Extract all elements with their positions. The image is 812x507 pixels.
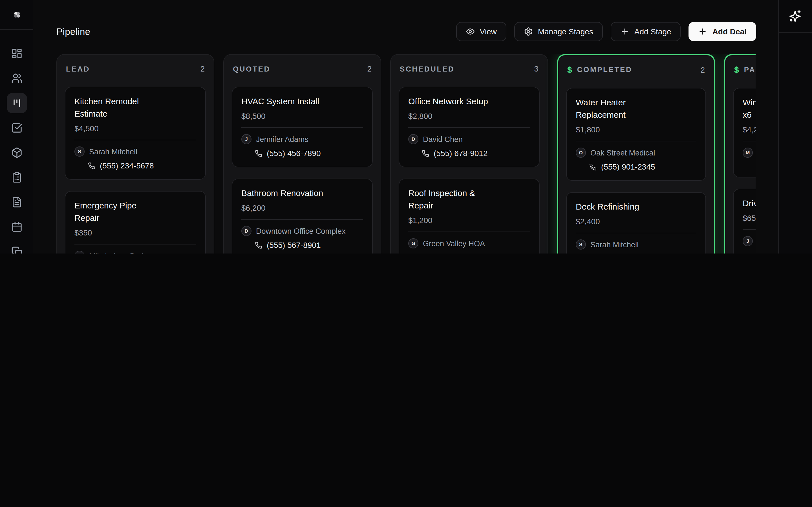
deal-price: $65	[743, 213, 756, 223]
sidebar-item-dashboard[interactable]	[6, 43, 27, 64]
contact-row: OOak Street Medical	[576, 148, 696, 158]
contact-name: Mike's Auto Body	[89, 251, 147, 253]
deal-card[interactable]: Driv$65JJ	[733, 189, 756, 253]
phone-icon	[88, 162, 95, 170]
contact-name: Sarah Mitchell	[89, 147, 137, 156]
contact-row: MN	[743, 148, 756, 158]
header-actions: View Manage Stages Add Stage Add Deal	[456, 22, 756, 41]
plus-icon	[698, 27, 707, 36]
deal-card[interactable]: Deck Refinishing$2,400SSarah Mitchell(55…	[566, 192, 706, 253]
column-pa: $PAWin x6$4,2MNDriv$65JJGar$80DDBas Wa$5…	[724, 54, 756, 253]
page-title: Pipeline	[56, 26, 91, 37]
phone-row: (555) 678-9012	[408, 148, 530, 159]
copy-icon	[11, 246, 22, 253]
check-square-icon	[11, 122, 22, 133]
contact-row: JJ	[743, 236, 756, 246]
column-title: SCHEDULED	[400, 64, 455, 73]
deal-title: Deck Refinishing	[576, 201, 696, 213]
deal-card[interactable]: Win x6$4,2MN	[733, 88, 756, 177]
deal-title: Driv	[743, 197, 756, 210]
phone-row: (555) 456-7890	[241, 148, 363, 159]
add-stage-button-label: Add Stage	[635, 27, 671, 36]
phone-icon	[422, 150, 429, 157]
deal-title: Water Heater Replacement	[576, 96, 696, 121]
left-sidebar: N	[0, 0, 34, 253]
phone-row	[743, 250, 756, 253]
contact-avatar: J	[743, 236, 753, 246]
manage-stages-button[interactable]: Manage Stages	[514, 22, 603, 41]
column-cards: Kitchen Remodel Estimate$4,500SSarah Mit…	[57, 73, 214, 253]
deal-card[interactable]: Roof Inspection & Repair$1,200GGreen Val…	[399, 179, 540, 253]
page-header: Pipeline View Manage Stages Add Stage Ad…	[56, 22, 756, 41]
ai-assistant-button[interactable]	[788, 10, 802, 23]
app-logo[interactable]	[0, 5, 33, 24]
deal-title: HVAC System Install	[241, 95, 363, 108]
column-title: LEAD	[66, 64, 90, 73]
column-lead: LEAD2Kitchen Remodel Estimate$4,500SSara…	[56, 54, 214, 253]
column-header: $COMPLETED2	[558, 55, 714, 74]
manage-stages-button-label: Manage Stages	[538, 27, 593, 36]
deal-price: $4,500	[74, 123, 196, 133]
calendar-icon	[11, 221, 22, 233]
contact-phone: (555) 678-9012	[434, 148, 488, 159]
column-cards: Office Network Setup$2,800DDavid Chen(55…	[391, 73, 548, 253]
contact-avatar: M	[743, 148, 753, 158]
sidebar-item-tasks[interactable]	[6, 118, 27, 138]
card-divider	[743, 229, 756, 230]
kanban-icon	[11, 98, 22, 109]
deal-card[interactable]: Emergency Pipe Repair$350MMike's Auto Bo…	[65, 191, 206, 253]
contact-row: GGreen Valley HOA	[408, 238, 530, 248]
add-stage-button[interactable]: Add Stage	[611, 22, 681, 41]
contact-phone: (555) 456-7890	[267, 148, 321, 159]
contact-name: Oak Street Medical	[591, 149, 655, 157]
sidebar-item-templates[interactable]	[6, 242, 27, 253]
column-header: $PA	[725, 55, 756, 74]
deal-price: $4,2	[743, 124, 756, 135]
sidebar-item-pipeline[interactable]	[6, 93, 27, 113]
contact-row: SSarah Mitchell	[74, 147, 196, 157]
contact-row: JJennifer Adams	[241, 134, 363, 144]
contact-row: DDavid Chen	[408, 134, 530, 144]
view-button[interactable]: View	[456, 22, 506, 41]
card-divider	[241, 127, 363, 128]
deal-card[interactable]: Water Heater Replacement$1,800OOak Stree…	[566, 88, 706, 181]
column-count: 3	[534, 64, 539, 73]
column-header: LEAD2	[57, 55, 214, 73]
add-deal-button[interactable]: Add Deal	[689, 22, 756, 41]
column-title: COMPLETED	[577, 65, 632, 74]
dashboard-icon	[11, 48, 22, 59]
sidebar-item-inventory[interactable]	[6, 143, 27, 163]
deal-card[interactable]: Bathroom Renovation$6,200DDowntown Offic…	[232, 179, 373, 253]
sidebar-item-customers[interactable]	[6, 68, 27, 89]
logo-dots-icon	[12, 10, 21, 19]
deal-card[interactable]: HVAC System Install$8,500JJennifer Adams…	[232, 87, 373, 167]
card-divider	[74, 140, 196, 140]
deal-price: $1,800	[576, 124, 696, 135]
deal-card[interactable]: Office Network Setup$2,800DDavid Chen(55…	[399, 87, 540, 167]
deal-card[interactable]: Kitchen Remodel Estimate$4,500SSarah Mit…	[65, 87, 206, 180]
sidebar-item-calendar[interactable]	[6, 217, 27, 237]
card-divider	[576, 233, 696, 233]
deal-price: $2,400	[576, 216, 696, 226]
phone-icon	[589, 163, 597, 171]
card-divider	[408, 127, 530, 128]
phone-row: (555) 567-8901	[241, 240, 363, 251]
card-divider	[74, 244, 196, 244]
deal-price: $8,500	[241, 111, 363, 121]
column-header: SCHEDULED3	[391, 55, 548, 73]
column-count: 2	[700, 65, 705, 74]
contact-row: DDowntown Office Complex	[241, 226, 363, 236]
file-text-icon	[11, 196, 22, 208]
sidebar-item-work-orders[interactable]	[6, 167, 27, 187]
deal-title: Roof Inspection & Repair	[408, 187, 530, 212]
deal-title: Bathroom Renovation	[241, 187, 363, 200]
sparkles-icon	[788, 10, 802, 23]
main-area: Pipeline View Manage Stages Add Stage Ad…	[33, 0, 779, 253]
sidebar-item-documents[interactable]	[6, 192, 27, 212]
column-title: QUOTED	[233, 64, 270, 73]
column-cards: Water Heater Replacement$1,800OOak Stree…	[558, 74, 714, 253]
package-icon	[11, 147, 22, 158]
phone-row	[743, 162, 756, 169]
column-cards: Win x6$4,2MNDriv$65JJGar$80DDBas Wa$5,6D…	[725, 74, 756, 253]
phone-row: (555) 901-2345	[576, 162, 696, 172]
